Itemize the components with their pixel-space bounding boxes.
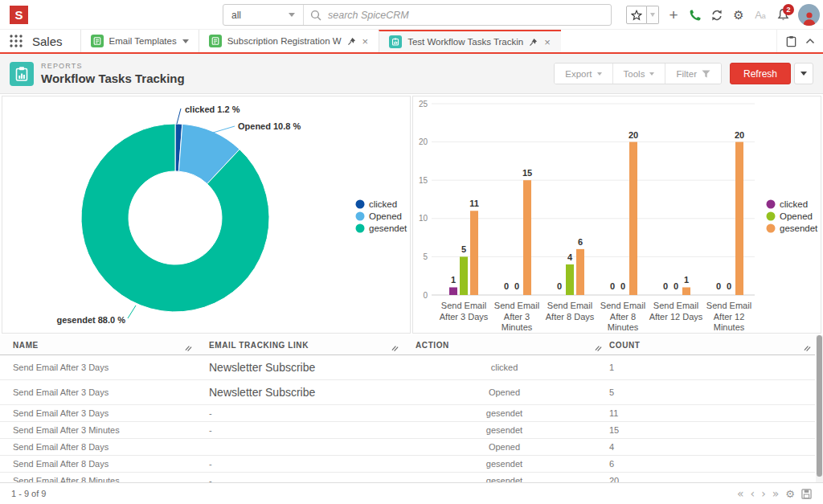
- legend-swatch-clicked: [767, 200, 776, 209]
- prev-page-icon[interactable]: ‹: [751, 488, 755, 499]
- reports-module-icon: [389, 35, 402, 48]
- x-category-label: Minutes: [502, 322, 533, 332]
- y-tick-label: 20: [419, 137, 428, 146]
- search-input[interactable]: [328, 10, 604, 21]
- tab-label: Test Workflow Tasks Trackin: [407, 37, 523, 47]
- bar-value-label: 20: [735, 130, 744, 140]
- close-icon[interactable]: ×: [543, 37, 551, 47]
- chevron-up-icon[interactable]: [805, 38, 815, 44]
- table-row[interactable]: Send Email After 3 Minutes-gesendet15: [0, 422, 815, 439]
- app-launcher-icon[interactable]: [0, 30, 32, 52]
- name-cell: Send Email After 8 Days: [0, 456, 196, 473]
- bar-value-label: 20: [629, 130, 638, 140]
- y-tick-label: 25: [419, 100, 428, 109]
- column-header-email-tracking-link[interactable]: EMAIL TRACKING LINK: [196, 335, 403, 355]
- star-icon[interactable]: [626, 6, 647, 24]
- slice-callout-label: gesendet 88.0 %: [56, 315, 125, 325]
- filter-funnel-icon: [702, 70, 710, 78]
- favorites-caret[interactable]: [647, 6, 659, 24]
- name-cell: Send Email After 3 Days: [0, 380, 196, 405]
- phone-button[interactable]: [688, 6, 702, 25]
- close-icon[interactable]: ×: [362, 36, 370, 47]
- callout-line: [128, 305, 136, 318]
- table-row[interactable]: Send Email After 3 DaysNewsletter Subscr…: [0, 380, 815, 405]
- user-icon: [801, 10, 817, 26]
- column-resize-icon[interactable]: [804, 344, 811, 351]
- search-scope-select[interactable]: all: [223, 5, 304, 25]
- bar-value-label: 0: [716, 281, 721, 291]
- first-page-icon[interactable]: «: [737, 488, 744, 499]
- column-resize-icon[interactable]: [391, 344, 399, 351]
- legend-label: gesendet: [369, 223, 407, 233]
- column-resize-icon[interactable]: [185, 344, 192, 351]
- tab-email-templates[interactable]: Email Templates: [80, 30, 199, 52]
- column-header-action[interactable]: ACTION: [403, 335, 606, 355]
- report-grid: NAME EMAIL TRACKING LINK ACTION COUNT: [0, 335, 823, 482]
- scrollbar-thumb[interactable]: [817, 335, 822, 477]
- sync-button[interactable]: [710, 6, 724, 25]
- app-logo[interactable]: S: [10, 6, 28, 24]
- add-button[interactable]: +: [666, 6, 681, 25]
- settings-button[interactable]: ⚙: [731, 6, 746, 25]
- filter-button[interactable]: Filter: [665, 64, 721, 84]
- bar-value-label: 0: [727, 281, 731, 291]
- tab-subscription-registration[interactable]: Subscription Registration W ×: [199, 30, 379, 52]
- action-cell: gesendet: [403, 473, 606, 483]
- module-header-text: REPORTS Workflow Tasks Tracking: [41, 62, 185, 85]
- column-label: ACTION: [416, 341, 449, 350]
- pin-icon[interactable]: [529, 38, 538, 47]
- export-button[interactable]: Export: [555, 64, 612, 84]
- legend-label: gesendet: [780, 223, 818, 233]
- report-table: NAME EMAIL TRACKING LINK ACTION COUNT: [0, 335, 815, 482]
- bar-value-label: 6: [578, 237, 583, 247]
- plus-icon: +: [669, 7, 678, 23]
- y-tick-label: 5: [423, 252, 428, 261]
- last-page-icon[interactable]: »: [772, 488, 780, 499]
- tools-label: Tools: [624, 69, 645, 79]
- module-menu-sales[interactable]: Sales: [32, 30, 80, 52]
- bar-chart-panel: 05101520251000005040001115620120Send Ema…: [412, 96, 821, 334]
- refresh-caret-button[interactable]: [794, 63, 813, 84]
- column-header-count[interactable]: COUNT: [606, 335, 815, 355]
- module-kicker: REPORTS: [41, 62, 185, 70]
- tab-test-workflow-tasks-tracking[interactable]: Test Workflow Tasks Trackin ×: [379, 30, 561, 52]
- table-row[interactable]: Send Email After 8 Minutes-gesendet20: [0, 473, 815, 483]
- table-row[interactable]: Send Email After 3 DaysNewsletter Subscr…: [0, 355, 815, 380]
- chevron-down-icon: [649, 72, 654, 76]
- save-layout-icon[interactable]: [801, 489, 812, 499]
- chevron-down-icon[interactable]: [182, 39, 189, 43]
- font-size-button[interactable]: Aa: [753, 6, 768, 25]
- spicecrm-app: S all: [0, 0, 823, 504]
- table-row[interactable]: Send Email After 8 Days-gesendet6: [0, 456, 815, 473]
- clipboard-icon[interactable]: [785, 35, 797, 47]
- bar-clicked: [449, 287, 457, 295]
- bar-gesendet: [629, 142, 637, 295]
- refresh-button[interactable]: Refresh: [730, 63, 791, 84]
- grid-settings-gear-icon[interactable]: ⚙: [785, 488, 795, 500]
- bar-value-label: 0: [557, 281, 562, 291]
- notifications-button[interactable]: 2: [775, 6, 791, 25]
- user-avatar[interactable]: [798, 4, 820, 26]
- table-row[interactable]: Send Email After 8 DaysOpened4: [0, 439, 815, 456]
- column-label: NAME: [13, 341, 39, 350]
- table-row[interactable]: Send Email After 3 Days-gesendet11: [0, 405, 815, 422]
- next-page-icon[interactable]: ›: [761, 488, 766, 499]
- column-resize-icon[interactable]: [595, 344, 602, 351]
- column-header-name[interactable]: NAME: [0, 335, 196, 355]
- table-scrollbar[interactable]: [816, 335, 823, 482]
- module-header: REPORTS Workflow Tasks Tracking Export T…: [0, 54, 823, 94]
- bar-value-label: 5: [461, 244, 466, 254]
- search-icon: [310, 10, 321, 21]
- tracking-link-cell: Newsletter Subscribe: [196, 380, 403, 405]
- tools-button[interactable]: Tools: [612, 64, 665, 84]
- page-title: Workflow Tasks Tracking: [41, 72, 185, 85]
- x-category-label: Minutes: [714, 322, 745, 332]
- bar-gesendet: [470, 211, 478, 295]
- favorites-split-button[interactable]: [626, 6, 659, 24]
- pin-icon[interactable]: [347, 37, 356, 46]
- tab-label: Email Templates: [109, 36, 177, 46]
- tabbar: Sales Email Templates Subscription Regis…: [0, 30, 823, 54]
- phone-icon: [689, 9, 702, 22]
- filter-label: Filter: [676, 69, 697, 79]
- topbar-icons: + ⚙ Aa 2: [626, 0, 820, 30]
